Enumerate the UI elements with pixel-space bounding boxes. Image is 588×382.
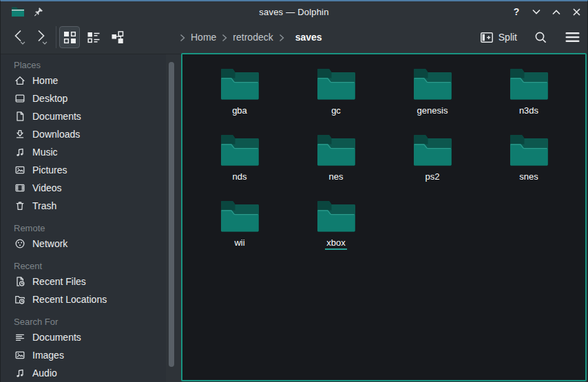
sidebar-item-recent-files[interactable]: Recent Files [1, 273, 166, 290]
sidebar-item-network[interactable]: Network [1, 235, 166, 253]
icons-view-button[interactable] [59, 26, 80, 48]
folder-label: xbox [325, 237, 346, 250]
folder-label: nes [328, 171, 345, 182]
sidebar-item-recent-locations[interactable]: Recent Locations [1, 290, 166, 308]
document-icon [14, 111, 25, 122]
download-icon [14, 129, 25, 140]
breadcrumb: Home retrodeck saves [180, 21, 324, 54]
breadcrumb-separator-icon [222, 33, 227, 41]
sidebar-item-label: Images [32, 350, 64, 361]
folder-view[interactable]: gba gc genesis n3ds nds nes [181, 53, 587, 381]
section-header-search-for: Search For [1, 315, 166, 328]
folder-icon [218, 67, 261, 101]
folder-item-snes[interactable]: snes [481, 133, 577, 199]
details-view-button[interactable] [83, 26, 104, 48]
folder-icon [411, 67, 454, 101]
back-button[interactable] [9, 28, 30, 47]
window-title: saves — Dolphin [1, 7, 587, 17]
folder-label: gc [330, 105, 342, 116]
sidebar-item-label: Videos [32, 182, 62, 193]
recent-file-icon [14, 276, 25, 287]
music-note-icon [14, 368, 25, 379]
folder-icon [507, 133, 550, 167]
sidebar-item-trash[interactable]: Trash [1, 197, 166, 215]
forward-arrow-icon [34, 29, 47, 43]
folder-icon [315, 133, 357, 167]
breadcrumb-item-retrodeck[interactable]: retrodeck [231, 32, 274, 43]
section-header-remote: Remote [1, 221, 166, 235]
trash-icon [14, 200, 25, 211]
sidebar-item-label: Audio [32, 368, 57, 379]
breadcrumb-separator-icon [279, 33, 284, 41]
folder-item-genesis[interactable]: genesis [384, 67, 481, 133]
image-icon [14, 165, 25, 176]
sidebar-item-search-images[interactable]: Images [1, 346, 166, 364]
forward-button[interactable] [31, 28, 52, 47]
back-arrow-icon [12, 29, 25, 43]
close-button[interactable] [571, 6, 582, 17]
folder-item-wii[interactable]: wii [191, 199, 288, 265]
folder-item-ps2[interactable]: ps2 [384, 133, 481, 199]
tree-view-button[interactable] [107, 26, 128, 48]
places-panel: Places Home Desktop Documents Downloads … [1, 54, 166, 382]
breadcrumb-item-saves[interactable]: saves [294, 32, 324, 43]
chevron-up-icon [552, 9, 560, 15]
folder-item-nes[interactable]: nes [288, 133, 384, 199]
folder-icon [315, 199, 357, 233]
folder-label: snes [518, 171, 539, 182]
sidebar-item-label: Desktop [32, 93, 67, 104]
folder-item-n3ds[interactable]: n3ds [481, 67, 577, 133]
sidebar-item-label: Music [32, 147, 58, 158]
folder-item-xbox[interactable]: xbox [288, 199, 384, 265]
menu-button[interactable] [564, 29, 580, 45]
hamburger-menu-icon [565, 32, 580, 43]
sidebar-item-videos[interactable]: Videos [1, 179, 166, 197]
desktop-icon [14, 93, 25, 104]
folder-label: gba [231, 105, 249, 116]
sidebar-item-downloads[interactable]: Downloads [1, 125, 166, 143]
folder-icon [218, 133, 261, 167]
sidebar-item-home[interactable]: Home [1, 72, 166, 89]
folder-grid: gba gc genesis n3ds nds nes [182, 54, 585, 265]
icons-view-icon [63, 30, 76, 44]
sidebar-item-search-audio[interactable]: Audio [1, 364, 166, 382]
minimize-button[interactable] [531, 6, 542, 17]
search-button[interactable] [532, 29, 549, 45]
folder-icon [315, 67, 357, 101]
help-button[interactable]: ? [511, 6, 522, 17]
folder-item-gc[interactable]: gc [288, 67, 384, 133]
maximize-button[interactable] [551, 6, 562, 17]
sidebar-item-pictures[interactable]: Pictures [1, 161, 166, 179]
forward-dropdown-caret-icon [42, 41, 48, 45]
folder-item-gba[interactable]: gba [191, 67, 288, 133]
chevron-down-icon [532, 9, 540, 15]
text-lines-icon [14, 332, 25, 343]
image-icon [14, 350, 25, 361]
sidebar-scrollbar[interactable] [167, 54, 176, 382]
search-icon [534, 31, 547, 44]
sidebar-item-search-documents[interactable]: Documents [1, 328, 166, 346]
folder-label: n3ds [518, 105, 540, 116]
folder-item-nds[interactable]: nds [191, 133, 288, 199]
sidebar-item-desktop[interactable]: Desktop [1, 89, 166, 107]
toolbar-separator [56, 26, 56, 48]
sidebar-scrollbar-handle[interactable] [169, 62, 174, 367]
sidebar-item-label: Network [32, 238, 67, 249]
sidebar-item-label: Recent Locations [32, 294, 107, 305]
recent-folder-icon [14, 294, 25, 305]
sidebar-item-music[interactable]: Music [1, 143, 166, 161]
split-button[interactable]: Split [481, 32, 517, 43]
folder-label: ps2 [424, 171, 441, 182]
sidebar-item-label: Trash [32, 200, 56, 211]
sidebar-item-label: Recent Files [32, 276, 86, 287]
split-view-icon [481, 32, 493, 43]
folder-icon [507, 67, 550, 101]
back-dropdown-caret-icon [20, 41, 25, 45]
details-view-icon [87, 30, 101, 44]
network-icon [14, 238, 25, 249]
sidebar-item-documents[interactable]: Documents [1, 107, 166, 125]
breadcrumb-item-home[interactable]: Home [189, 32, 218, 43]
folder-label: nds [231, 171, 249, 182]
section-header-recent: Recent [1, 259, 166, 273]
sidebar-item-label: Pictures [32, 165, 67, 176]
